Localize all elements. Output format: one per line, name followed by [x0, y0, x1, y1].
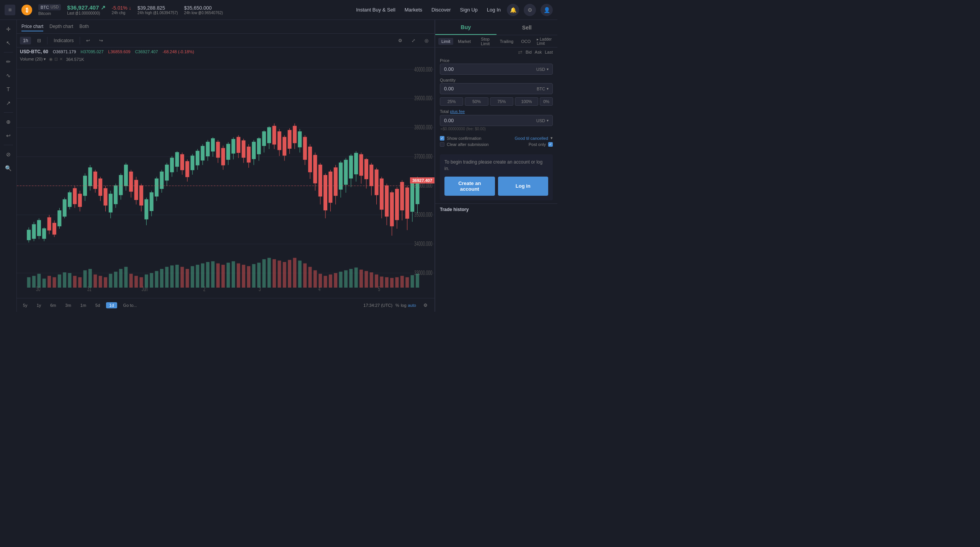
gtc-link[interactable]: Good til cancelled: [515, 136, 548, 141]
tf-1y[interactable]: 1y: [34, 302, 44, 308]
tf-6m[interactable]: 6m: [47, 302, 59, 308]
vol-icon-2[interactable]: ⊡: [54, 57, 58, 62]
auto-mode-button[interactable]: auto: [408, 303, 416, 308]
ot-stop-limit[interactable]: Stop Limit: [475, 36, 495, 47]
qty-arrow-icon[interactable]: ▾: [547, 87, 549, 91]
total-arrow-icon[interactable]: ▾: [547, 118, 549, 123]
timeframe-1h-button[interactable]: 1h: [20, 37, 31, 44]
svg-rect-230: [288, 260, 291, 288]
buy-tab[interactable]: Buy: [435, 20, 497, 35]
ot-oco[interactable]: OCO: [518, 38, 534, 45]
vol-icon-1[interactable]: ◉: [49, 57, 53, 62]
tab-price-chart[interactable]: Price chart: [21, 22, 43, 31]
nav-signup[interactable]: Sign Up: [460, 7, 478, 13]
log-in-button[interactable]: Log in: [498, 177, 549, 196]
nav-login[interactable]: Log In: [487, 7, 501, 13]
user-icon-button[interactable]: 👤: [541, 4, 553, 16]
chart-mode-buttons: % log auto: [395, 303, 416, 308]
svg-rect-192: [93, 275, 97, 288]
svg-rect-183: [47, 276, 51, 288]
svg-rect-241: [344, 270, 348, 288]
gtc-dropdown-icon[interactable]: ▾: [550, 136, 553, 141]
tab-both[interactable]: Both: [79, 22, 89, 31]
svg-rect-175: [411, 184, 414, 211]
show-confirm-label: Show confirmation: [447, 136, 482, 141]
ohlc-pair: USD-BTC, 60: [20, 49, 48, 54]
tool-arrow[interactable]: ↗: [2, 97, 15, 109]
svg-rect-97: [211, 139, 215, 151]
tool-fibonacci[interactable]: ⊕: [2, 116, 15, 128]
svg-rect-250: [390, 278, 394, 288]
tf-1m[interactable]: 1m: [77, 302, 89, 308]
show-confirm-checkbox[interactable]: ✓: [440, 136, 444, 141]
volume-label[interactable]: Volume (20) ▾: [20, 57, 46, 62]
tool-zoom[interactable]: 🔍: [2, 162, 15, 174]
tf-5y[interactable]: 5y: [20, 302, 31, 308]
undo-button[interactable]: ↩: [83, 37, 93, 44]
coin-badge[interactable]: BTC USD: [38, 4, 61, 10]
tf-5d[interactable]: 5d: [92, 302, 103, 308]
tool-cursor[interactable]: ↖: [2, 37, 15, 49]
price-input[interactable]: [444, 66, 536, 72]
pct-extra[interactable]: 0%: [540, 97, 553, 106]
vol-icon-3[interactable]: ✕: [59, 57, 63, 62]
clear-submit-checkbox[interactable]: [440, 142, 444, 147]
nav-markets[interactable]: Markets: [405, 7, 422, 13]
order-type-more-arrow[interactable]: ▸ Ladder Limit: [537, 37, 554, 46]
pct-50-button[interactable]: 50%: [465, 97, 488, 106]
svg-rect-45: [78, 194, 82, 207]
svg-rect-63: [124, 165, 128, 186]
ot-limit[interactable]: Limit: [438, 38, 453, 45]
pct-mode-button[interactable]: %: [395, 303, 399, 308]
svg-rect-25: [27, 230, 31, 240]
redo-button[interactable]: ↪: [96, 37, 106, 44]
tool-undo[interactable]: ↩: [2, 129, 15, 142]
pct-25-button[interactable]: 25%: [440, 97, 463, 106]
plus-fee-link[interactable]: plus fee: [450, 109, 465, 114]
tf-3m[interactable]: 3m: [62, 302, 74, 308]
bid-ask-arrows-icon[interactable]: ⇄: [518, 49, 523, 55]
chart-settings-button[interactable]: ⚙: [395, 37, 405, 44]
svg-rect-109: [242, 141, 245, 157]
tool-draw[interactable]: ✏: [2, 56, 15, 68]
indicators-button[interactable]: Indicators: [51, 37, 77, 44]
tool-pattern[interactable]: ⊘: [2, 148, 15, 160]
tool-crosshair[interactable]: ✛: [2, 23, 15, 35]
total-unit: USD: [536, 118, 545, 123]
total-input[interactable]: [444, 118, 536, 123]
nav-instant-buy-sell[interactable]: Instant Buy & Sell: [356, 7, 395, 13]
goto-button[interactable]: Go to...: [120, 302, 140, 308]
svg-rect-237: [324, 276, 327, 288]
create-account-button[interactable]: Create an account: [444, 177, 495, 196]
tab-depth-chart[interactable]: Depth chart: [49, 22, 73, 31]
svg-rect-191: [88, 269, 92, 288]
pct-100-button[interactable]: 100%: [515, 97, 538, 106]
bell-icon-button[interactable]: 🔔: [507, 4, 519, 16]
fullscreen-button[interactable]: ⤢: [408, 37, 418, 44]
svg-rect-95: [206, 142, 209, 156]
eye-button[interactable]: ◎: [421, 37, 431, 44]
tool-text[interactable]: T: [2, 83, 15, 95]
logo[interactable]: ⊞: [5, 5, 15, 15]
svg-rect-141: [324, 175, 327, 210]
price-field-row: Price USD ▾: [440, 58, 553, 75]
settings-icon-button[interactable]: ⚙: [524, 4, 536, 16]
ot-trailing[interactable]: Trailing: [497, 38, 517, 45]
log-mode-button[interactable]: log: [401, 303, 407, 308]
pct-75-button[interactable]: 75%: [490, 97, 513, 106]
svg-rect-226: [268, 258, 271, 288]
tf-1d[interactable]: 1d: [106, 302, 117, 308]
toolbar-separator-1: [47, 37, 47, 44]
tool-wave[interactable]: ∿: [2, 69, 15, 82]
svg-rect-200: [134, 276, 138, 288]
post-only-checkbox[interactable]: ✓: [548, 142, 553, 147]
qty-input[interactable]: [444, 86, 537, 92]
ot-market[interactable]: Market: [455, 38, 474, 45]
svg-rect-147: [339, 163, 343, 189]
price-arrow-icon[interactable]: ▾: [547, 67, 549, 71]
sell-tab[interactable]: Sell: [497, 20, 558, 35]
candle-type-button[interactable]: ⊟: [34, 37, 44, 44]
nav-discover[interactable]: Discover: [431, 7, 451, 13]
svg-rect-225: [262, 259, 266, 288]
chart-settings-gear[interactable]: ⚙: [419, 299, 431, 311]
